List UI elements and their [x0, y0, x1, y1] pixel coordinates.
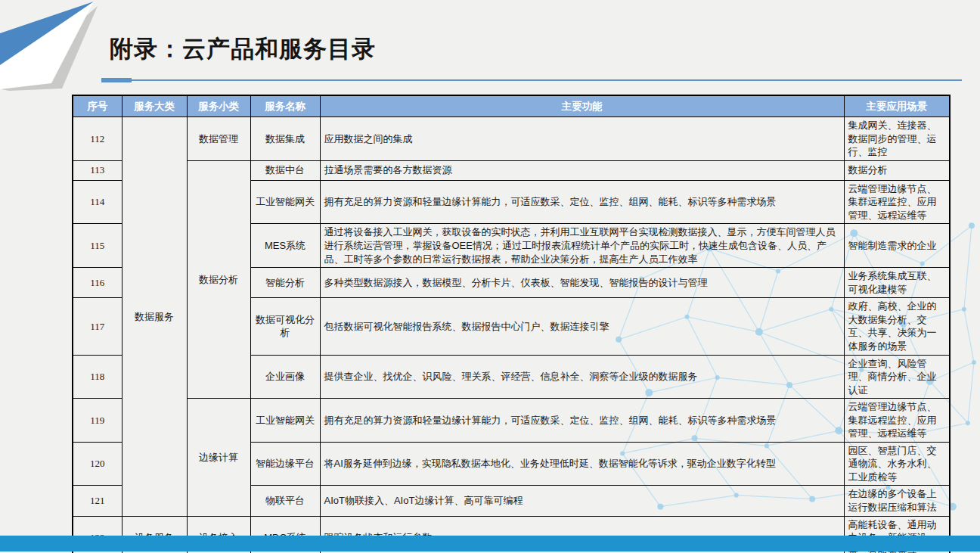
cell-service-name: MES系统 — [250, 224, 320, 268]
cell-application-scenario: 智能制造需求的企业 — [844, 224, 950, 268]
cell-service-name: 智能分析 — [250, 268, 320, 298]
cell-serial-number: 118 — [73, 355, 122, 399]
cell-service-name: 企业画像 — [250, 355, 320, 399]
cell-serial-number: 113 — [73, 160, 122, 180]
cell-service-name: 数据可视化分析 — [250, 298, 320, 355]
page-title: 附录：云产品和服务目录 — [110, 33, 376, 65]
cell-service-name: 工业智能网关 — [250, 180, 320, 224]
cell-service-name: 数据集成 — [250, 117, 320, 161]
table-row: 112数据服务数据管理数据集成应用数据之间的集成集成网关、连接器、数据同步的管理… — [73, 117, 950, 161]
cell-service-name: 智能边缘平台 — [250, 442, 320, 486]
cell-main-function: 多种类型数据源接入，数据模型、分析卡片、仪表板、智能发现、智能报告的设计与管理 — [320, 268, 844, 298]
table-header-row: 序号 服务大类 服务小类 服务名称 主要功能 主要应用场景 — [73, 95, 950, 117]
cell-service-name: 物联平台 — [250, 486, 320, 516]
cell-main-function: 提供查企业、找优企、识风险、理关系、评经营、信息补全、洞察等企业级的数据服务 — [320, 355, 844, 399]
catalog-table: 序号 服务大类 服务小类 服务名称 主要功能 主要应用场景 112数据服务数据管… — [72, 95, 951, 553]
slide: 附录：云产品和服务目录 — [0, 0, 980, 553]
cell-serial-number: 121 — [73, 486, 122, 516]
catalog-table-body: 112数据服务数据管理数据集成应用数据之间的集成集成网关、连接器、数据同步的管理… — [73, 117, 950, 553]
column-header-serial-number: 序号 — [73, 95, 122, 117]
cell-main-function: AIoT物联接入、AIoT边缘计算、高可靠可编程 — [320, 486, 844, 516]
cell-serial-number: 114 — [73, 180, 122, 224]
bottom-bar — [0, 536, 980, 551]
cell-service-minor-category: 数据分析 — [187, 160, 250, 399]
cell-application-scenario: 业务系统集成互联、可视化建模等 — [844, 268, 950, 298]
column-header-application-scenario: 主要应用场景 — [844, 95, 950, 117]
cell-serial-number: 115 — [73, 224, 122, 268]
cell-serial-number: 116 — [73, 268, 122, 298]
cell-application-scenario: 园区、智慧门店、交通物流、水务水利、工业质检等 — [844, 442, 950, 486]
cell-service-name: 数据中台 — [250, 160, 320, 180]
cell-main-function: 拉通场景需要的各方数据资源 — [320, 160, 844, 180]
cell-application-scenario: 政府、高校、企业的大数据集分析、交互、共享、决策为一体服务的场景 — [844, 298, 950, 355]
cell-application-scenario: 集成网关、连接器、数据同步的管理、运行、监控 — [844, 117, 950, 161]
cell-main-function: 包括数据可视化智能报告系统、数据报告中心门户、数据连接引擎 — [320, 298, 844, 355]
cell-serial-number: 120 — [73, 442, 122, 486]
cell-application-scenario: 企业查询、风险管理、商情分析、企业认证 — [844, 355, 950, 399]
cell-main-function: 应用数据之间的集成 — [320, 117, 844, 161]
table-row: 119边缘计算工业智能网关拥有充足的算力资源和轻量边缘计算能力，可适应数采、定位… — [73, 399, 950, 443]
cell-application-scenario: 云端管理边缘节点、集群远程监控、应用管理、远程运维等 — [844, 180, 950, 224]
title-underline — [101, 79, 962, 81]
cell-main-function: 将AI服务延伸到边缘，实现隐私数据本地化、业务处理低时延、数据智能化等诉求，驱动… — [320, 442, 844, 486]
cell-serial-number: 119 — [73, 399, 122, 443]
cell-service-minor-category: 数据管理 — [187, 117, 250, 161]
column-header-service-name: 服务名称 — [250, 95, 320, 117]
cell-main-function: 拥有充足的算力资源和轻量边缘计算能力，可适应数采、定位、监控、组网、能耗、标识等… — [320, 399, 844, 443]
cell-serial-number: 112 — [73, 117, 122, 161]
column-header-main-function: 主要功能 — [320, 95, 844, 117]
cell-service-name: 工业智能网关 — [250, 399, 320, 443]
cell-main-function: 通过将设备接入工业网关，获取设备的实时状态，并利用工业互联网平台实现检测数据接入… — [320, 224, 844, 268]
cell-main-function: 拥有充足的算力资源和轻量边缘计算能力，可适应数采、定位、监控、组网、能耗、标识等… — [320, 180, 844, 224]
column-header-service-major-category: 服务大类 — [122, 95, 187, 117]
table-row: 113数据分析数据中台拉通场景需要的各方数据资源数据分析 — [73, 160, 950, 180]
cell-service-minor-category: 边缘计算 — [187, 399, 250, 516]
cell-application-scenario: 在边缘的多个设备上运行数据压缩和算法 — [844, 486, 950, 516]
cell-serial-number: 117 — [73, 298, 122, 355]
corner-fold-decoration — [0, 0, 121, 98]
cell-application-scenario: 云端管理边缘节点、集群远程监控、应用管理、远程运维等 — [844, 399, 950, 443]
column-header-service-minor-category: 服务小类 — [187, 95, 250, 117]
cell-service-major-category: 数据服务 — [122, 117, 187, 517]
cell-application-scenario: 数据分析 — [844, 160, 950, 180]
